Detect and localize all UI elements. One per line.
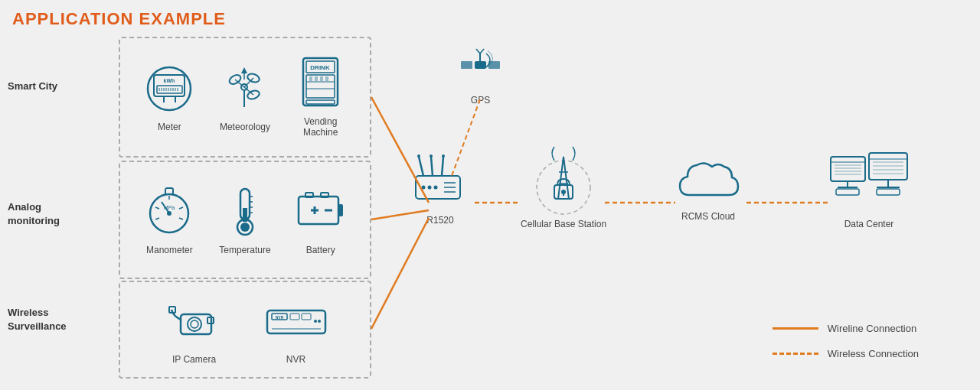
vending-machine-label: VendingMachine — [303, 116, 338, 138]
wireline-legend: Wireline Connection — [773, 323, 919, 334]
vending-machine-icon: DRINK — [294, 57, 348, 110]
ip-camera-device: IP Camera — [168, 294, 221, 365]
svg-rect-69 — [290, 314, 299, 320]
gps-element: GPS — [459, 44, 501, 106]
svg-rect-59 — [305, 193, 313, 197]
svg-rect-32 — [315, 76, 318, 81]
manometer-icon: MPa — [142, 185, 196, 239]
temperature-label: Temperature — [219, 245, 270, 255]
svg-rect-31 — [309, 76, 312, 81]
gps-label: GPS — [471, 95, 490, 106]
svg-point-93 — [537, 161, 590, 214]
page-title: APPLICATION EXAMPLE — [12, 9, 226, 29]
svg-rect-34 — [325, 76, 328, 81]
svg-point-82 — [417, 154, 420, 158]
svg-line-78 — [476, 49, 480, 54]
manometer-device: MPa Manometer — [142, 185, 196, 255]
battery-icon — [294, 185, 348, 239]
rcms-cloud-label: RCMS Cloud — [681, 211, 735, 222]
svg-point-44 — [167, 211, 172, 216]
cellular-base-station-label: Cellular Base Station — [521, 219, 606, 229]
svg-point-62 — [188, 317, 201, 331]
ip-camera-icon — [168, 294, 221, 348]
wireline-line — [773, 327, 818, 330]
svg-rect-108 — [869, 153, 907, 180]
battery-label: Battery — [306, 245, 335, 255]
battery-device: Battery — [294, 185, 348, 255]
svg-rect-100 — [831, 157, 865, 181]
svg-text:kWh: kWh — [163, 78, 175, 83]
svg-text:NVR: NVR — [275, 315, 283, 320]
nvr-device: NVR NVR — [270, 294, 323, 365]
svg-line-83 — [431, 157, 433, 176]
svg-point-86 — [442, 154, 445, 158]
svg-point-89 — [434, 186, 438, 190]
svg-line-39 — [179, 207, 183, 209]
svg-point-87 — [422, 186, 426, 190]
nvr-icon: NVR — [270, 294, 323, 348]
meteorology-label: Meteorology — [220, 122, 270, 132]
wireless-label: Wireless Connection — [828, 348, 919, 359]
r1520-icon — [410, 149, 471, 210]
svg-rect-116 — [836, 189, 859, 195]
svg-rect-74 — [475, 61, 486, 69]
cellular-base-station-icon — [525, 145, 602, 214]
svg-line-119 — [371, 218, 429, 329]
analog-monitoring-box: MPa Manometer — [119, 161, 371, 279]
svg-line-42 — [179, 218, 183, 219]
svg-point-84 — [430, 154, 433, 158]
legend: Wireline Connection Wireless Connection — [773, 323, 919, 359]
rcms-cloud-icon — [674, 153, 743, 206]
wireless-line — [773, 353, 818, 355]
nvr-label: NVR — [286, 354, 305, 365]
svg-rect-33 — [320, 76, 323, 81]
svg-text:DRINK: DRINK — [310, 64, 330, 71]
meteorology-device: Meteorology — [218, 62, 272, 132]
svg-point-63 — [191, 320, 198, 328]
svg-rect-60 — [321, 193, 328, 197]
smart-city-label: Smart City — [8, 80, 57, 93]
svg-rect-55 — [338, 204, 343, 216]
analog-monitoring-label: Analogmonitoring — [8, 200, 60, 228]
meter-label: Meter — [158, 122, 181, 132]
temperature-device: Temperature — [218, 185, 272, 255]
data-center-icon — [827, 145, 911, 214]
svg-point-72 — [318, 320, 321, 323]
ip-camera-label: IP Camera — [172, 354, 216, 365]
smart-city-box: kWh Meter — [119, 37, 371, 158]
r1520-element: R1520 — [410, 149, 471, 226]
data-center-label: Data Center — [844, 219, 894, 229]
svg-rect-117 — [877, 189, 900, 195]
wireless-legend: Wireless Connection — [773, 348, 919, 359]
svg-line-40 — [155, 207, 159, 209]
gps-icon — [459, 44, 501, 90]
wireless-surveillance-label: WirelessSurveillance — [8, 306, 67, 333]
svg-line-41 — [155, 218, 159, 219]
rcms-cloud-element: RCMS Cloud — [674, 153, 743, 222]
svg-point-88 — [428, 186, 432, 190]
vending-machine-device: DRINK VendingMachine — [294, 57, 348, 138]
temperature-icon — [218, 185, 272, 239]
wireline-label: Wireline Connection — [828, 323, 916, 334]
data-center-element: Data Center — [827, 145, 911, 229]
svg-rect-49 — [243, 208, 247, 222]
svg-line-85 — [442, 157, 443, 176]
svg-line-81 — [419, 157, 423, 176]
meter-device: kWh Meter — [142, 62, 196, 132]
r1520-label: R1520 — [426, 215, 453, 226]
svg-rect-70 — [302, 314, 311, 320]
svg-marker-24 — [241, 67, 247, 73]
svg-point-48 — [240, 223, 250, 232]
svg-line-79 — [480, 49, 484, 54]
cellular-base-station-element: Cellular Base Station — [521, 145, 606, 229]
svg-point-71 — [314, 320, 317, 323]
manometer-label: Manometer — [146, 245, 193, 255]
svg-rect-35 — [306, 100, 335, 104]
wireless-surveillance-box: IP Camera NVR NVR — [119, 281, 371, 379]
svg-rect-3 — [157, 86, 182, 93]
meter-icon: kWh — [142, 62, 196, 115]
svg-rect-75 — [461, 61, 472, 69]
meteorology-icon — [218, 62, 272, 115]
